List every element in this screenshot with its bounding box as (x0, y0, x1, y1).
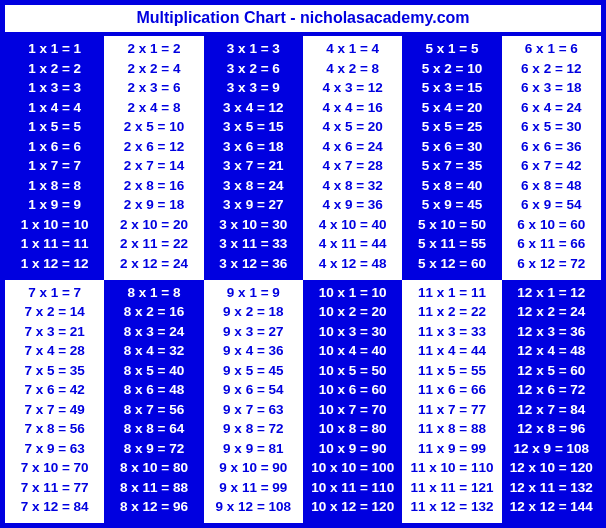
fact: 3 x 7 = 21 (223, 156, 283, 176)
fact: 12 x 7 = 84 (517, 400, 585, 420)
fact: 10 x 9 = 90 (319, 439, 387, 459)
times-table-3: 3 x 1 = 33 x 2 = 63 x 3 = 93 x 4 = 123 x… (204, 36, 303, 280)
fact: 4 x 2 = 8 (326, 59, 379, 79)
fact: 11 x 4 = 44 (418, 341, 486, 361)
fact: 1 x 2 = 2 (28, 59, 81, 79)
fact: 7 x 1 = 7 (28, 283, 81, 303)
fact: 5 x 12 = 60 (418, 254, 486, 274)
fact: 8 x 7 = 56 (124, 400, 184, 420)
times-table-10: 10 x 1 = 1010 x 2 = 2010 x 3 = 3010 x 4 … (303, 280, 402, 524)
times-table-9: 9 x 1 = 99 x 2 = 189 x 3 = 279 x 4 = 369… (204, 280, 303, 524)
fact: 9 x 12 = 108 (216, 497, 291, 517)
fact: 10 x 3 = 30 (319, 322, 387, 342)
fact: 11 x 10 = 110 (411, 458, 494, 478)
fact: 1 x 6 = 6 (28, 137, 81, 157)
chart-grid: 1 x 1 = 11 x 2 = 21 x 3 = 31 x 4 = 41 x … (5, 36, 601, 523)
fact: 12 x 9 = 108 (514, 439, 589, 459)
fact: 3 x 6 = 18 (223, 137, 283, 157)
fact: 5 x 9 = 45 (422, 195, 482, 215)
fact: 4 x 11 = 44 (319, 234, 387, 254)
fact: 7 x 10 = 70 (21, 458, 89, 478)
times-table-1: 1 x 1 = 11 x 2 = 21 x 3 = 31 x 4 = 41 x … (5, 36, 104, 280)
fact: 12 x 5 = 60 (517, 361, 585, 381)
multiplication-chart-container: Multiplication Chart - nicholasacademy.c… (0, 0, 606, 528)
fact: 7 x 2 = 14 (24, 302, 84, 322)
fact: 2 x 7 = 14 (124, 156, 184, 176)
fact: 12 x 6 = 72 (517, 380, 585, 400)
fact: 8 x 9 = 72 (124, 439, 184, 459)
fact: 11 x 2 = 22 (418, 302, 486, 322)
fact: 8 x 3 = 24 (124, 322, 184, 342)
fact: 9 x 10 = 90 (219, 458, 287, 478)
fact: 12 x 4 = 48 (517, 341, 585, 361)
fact: 11 x 9 = 99 (418, 439, 486, 459)
times-table-5: 5 x 1 = 55 x 2 = 105 x 3 = 155 x 4 = 205… (402, 36, 501, 280)
fact: 9 x 2 = 18 (223, 302, 283, 322)
fact: 3 x 11 = 33 (219, 234, 287, 254)
fact: 9 x 7 = 63 (223, 400, 283, 420)
fact: 3 x 10 = 30 (219, 215, 287, 235)
fact: 5 x 8 = 40 (422, 176, 482, 196)
fact: 8 x 1 = 8 (128, 283, 181, 303)
fact: 10 x 4 = 40 (319, 341, 387, 361)
fact: 8 x 5 = 40 (124, 361, 184, 381)
fact: 4 x 6 = 24 (322, 137, 382, 157)
fact: 1 x 3 = 3 (28, 78, 81, 98)
fact: 5 x 10 = 50 (418, 215, 486, 235)
fact: 8 x 12 = 96 (120, 497, 188, 517)
fact: 6 x 6 = 36 (521, 137, 581, 157)
fact: 7 x 9 = 63 (24, 439, 84, 459)
fact: 7 x 7 = 49 (24, 400, 84, 420)
fact: 12 x 10 = 120 (510, 458, 593, 478)
fact: 10 x 1 = 10 (319, 283, 387, 303)
fact: 5 x 6 = 30 (422, 137, 482, 157)
times-table-6: 6 x 1 = 66 x 2 = 126 x 3 = 186 x 4 = 246… (502, 36, 601, 280)
fact: 9 x 8 = 72 (223, 419, 283, 439)
fact: 6 x 9 = 54 (521, 195, 581, 215)
fact: 3 x 2 = 6 (227, 59, 280, 79)
fact: 1 x 1 = 1 (28, 39, 81, 59)
fact: 9 x 11 = 99 (219, 478, 287, 498)
fact: 6 x 3 = 18 (521, 78, 581, 98)
fact: 7 x 12 = 84 (21, 497, 89, 517)
fact: 7 x 4 = 28 (24, 341, 84, 361)
fact: 11 x 12 = 132 (411, 497, 494, 517)
fact: 4 x 7 = 28 (322, 156, 382, 176)
fact: 9 x 1 = 9 (227, 283, 280, 303)
fact: 11 x 3 = 33 (418, 322, 486, 342)
fact: 3 x 9 = 27 (223, 195, 283, 215)
fact: 10 x 6 = 60 (319, 380, 387, 400)
fact: 9 x 3 = 27 (223, 322, 283, 342)
fact: 3 x 1 = 3 (227, 39, 280, 59)
fact: 6 x 11 = 66 (517, 234, 585, 254)
fact: 3 x 5 = 15 (223, 117, 283, 137)
fact: 2 x 5 = 10 (124, 117, 184, 137)
fact: 1 x 9 = 9 (28, 195, 81, 215)
times-table-8: 8 x 1 = 88 x 2 = 168 x 3 = 248 x 4 = 328… (104, 280, 203, 524)
fact: 2 x 8 = 16 (124, 176, 184, 196)
fact: 9 x 9 = 81 (223, 439, 283, 459)
times-table-2: 2 x 1 = 22 x 2 = 42 x 3 = 62 x 4 = 82 x … (104, 36, 203, 280)
fact: 2 x 3 = 6 (128, 78, 181, 98)
fact: 10 x 8 = 80 (319, 419, 387, 439)
fact: 8 x 8 = 64 (124, 419, 184, 439)
fact: 6 x 1 = 6 (525, 39, 578, 59)
fact: 3 x 12 = 36 (219, 254, 287, 274)
fact: 7 x 5 = 35 (24, 361, 84, 381)
fact: 12 x 12 = 144 (510, 497, 593, 517)
fact: 4 x 3 = 12 (322, 78, 382, 98)
fact: 4 x 9 = 36 (322, 195, 382, 215)
fact: 2 x 11 = 22 (120, 234, 188, 254)
fact: 6 x 5 = 30 (521, 117, 581, 137)
fact: 12 x 2 = 24 (517, 302, 585, 322)
fact: 2 x 2 = 4 (128, 59, 181, 79)
fact: 5 x 7 = 35 (422, 156, 482, 176)
fact: 6 x 2 = 12 (521, 59, 581, 79)
chart-title: Multiplication Chart - nicholasacademy.c… (5, 5, 601, 36)
fact: 2 x 9 = 18 (124, 195, 184, 215)
fact: 1 x 10 = 10 (21, 215, 89, 235)
fact: 4 x 1 = 4 (326, 39, 379, 59)
fact: 2 x 10 = 20 (120, 215, 188, 235)
fact: 12 x 8 = 96 (517, 419, 585, 439)
fact: 10 x 5 = 50 (319, 361, 387, 381)
